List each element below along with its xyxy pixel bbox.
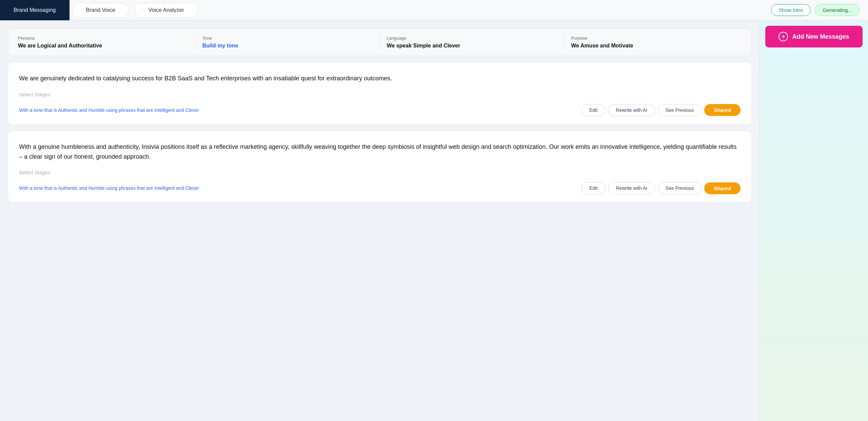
message-card-1: We are genuinely dedicated to catalysing… (8, 63, 751, 124)
divider-3 (564, 36, 564, 49)
card-actions-1: Edit Rewrite with AI See Previous Shared (581, 104, 741, 116)
main-layout: Persona We are Logical and Authoritative… (0, 20, 868, 421)
see-previous-button-1[interactable]: See Previous (658, 104, 702, 116)
shared-button-2[interactable]: Shared (704, 182, 741, 194)
left-content: Persona We are Logical and Authoritative… (0, 20, 760, 421)
edit-button-2[interactable]: Edit (581, 182, 605, 194)
tone-section: Tone Build my tone (202, 36, 373, 49)
tone-value[interactable]: Build my tone (202, 43, 366, 49)
top-nav: Brand Messaging Brand Voice Voice Analyz… (0, 0, 868, 20)
persona-label: Persona (18, 36, 182, 41)
add-new-messages-label: Add New Messages (792, 33, 849, 40)
message-text-2: With a genuine humbleness and authentici… (19, 142, 741, 162)
tab-brand-messaging[interactable]: Brand Messaging (0, 0, 70, 20)
tone-description-1: With a tone that is Authentic and Humble… (19, 107, 581, 113)
language-label: Language (387, 36, 551, 41)
purpose-value: We Amuse and Motivate (571, 43, 735, 49)
shared-button-1[interactable]: Shared (704, 104, 741, 116)
card-footer-1: With a tone that is Authentic and Humble… (19, 104, 741, 116)
divider-1 (195, 36, 196, 49)
language-section: Language We speak Simple and Clever (387, 36, 557, 49)
tone-description-2: With a tone that is Authentic and Humble… (19, 185, 581, 191)
add-new-messages-button[interactable]: + Add New Messages (765, 26, 863, 47)
tone-label: Tone (202, 36, 366, 41)
see-previous-button-2[interactable]: See Previous (658, 182, 702, 194)
generating-button[interactable]: Generating... (815, 4, 860, 16)
language-value: We speak Simple and Clever (387, 43, 551, 49)
persona-section: Persona We are Logical and Authoritative (18, 36, 189, 49)
card-actions-2: Edit Rewrite with AI See Previous Shared (581, 182, 741, 194)
rewrite-ai-button-1[interactable]: Rewrite with AI (608, 104, 655, 116)
tab-voice-analyzer[interactable]: Voice Analyzer (135, 3, 198, 18)
info-bar: Persona We are Logical and Authoritative… (8, 28, 751, 56)
persona-value: We are Logical and Authoritative (18, 43, 182, 49)
rewrite-ai-button-2[interactable]: Rewrite with AI (608, 182, 655, 194)
right-sidebar: + Add New Messages (760, 20, 868, 421)
divider-2 (380, 36, 380, 49)
edit-button-1[interactable]: Edit (581, 104, 605, 116)
select-stages-2[interactable]: Select Stages (19, 169, 741, 175)
purpose-section: Purpose We Amuse and Motivate (571, 36, 742, 49)
purpose-label: Purpose (571, 36, 735, 41)
nav-right: Show Intro Generating... (771, 4, 868, 16)
message-text-1: We are genuinely dedicated to catalysing… (19, 74, 741, 83)
plus-circle-icon: + (778, 32, 788, 41)
card-footer-2: With a tone that is Authentic and Humble… (19, 182, 741, 194)
select-stages-1[interactable]: Select Stages (19, 92, 741, 97)
show-intro-button[interactable]: Show Intro (771, 4, 811, 16)
message-card-2: With a genuine humbleness and authentici… (8, 131, 751, 203)
tab-brand-voice[interactable]: Brand Voice (72, 3, 129, 18)
